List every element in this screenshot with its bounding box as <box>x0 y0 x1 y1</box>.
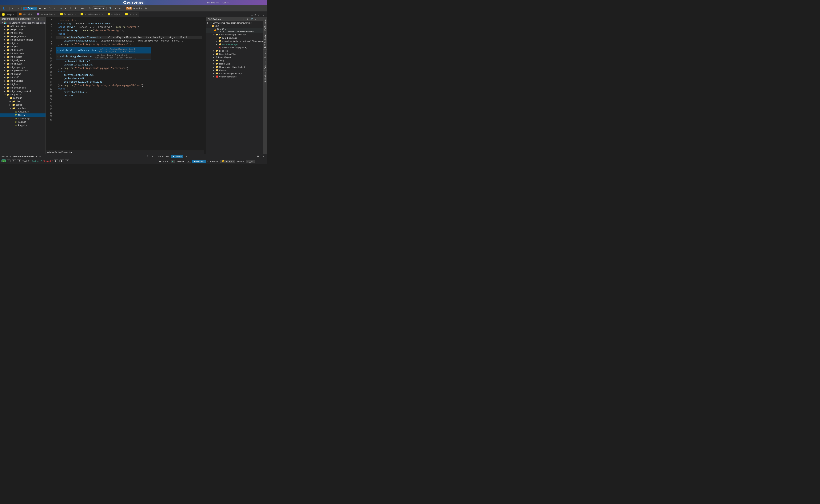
tree-item-config[interactable]: ▶ 📁 config <box>0 103 45 107</box>
explorer-catalogs[interactable]: ▶ 📁 Catalogs <box>206 69 263 72</box>
toolbar-step-over[interactable]: ↷ <box>48 7 52 10</box>
code-editor[interactable]: 'use strict'; const page : object = modu… <box>53 17 204 154</box>
tree-item-cartridge[interactable]: ▼ 📁 cartridge <box>0 96 45 100</box>
tree-item-paypal[interactable]: ▼ 📁 int_paypal <box>0 93 45 96</box>
ods-stop-btn[interactable]: ⏹ <box>59 159 64 162</box>
tab-close[interactable]: ✕ <box>74 13 76 15</box>
tree-item-yext[interactable]: ▶ 📁 int_yext <box>0 45 45 48</box>
tree-root[interactable]: ▼ 🏪 Test Store (40) cartridges 37 | b2c … <box>0 21 45 24</box>
ods-add-btn[interactable]: + <box>7 159 11 162</box>
sandbox-add-btn[interactable]: + <box>39 156 41 158</box>
explorer-dev01[interactable]: ▶ ⬡ Dev01 dev01-na01-client.demandware.n… <box>206 21 263 24</box>
tree-item-checkout[interactable]: JS Checkout.js <box>0 117 45 120</box>
tree-item-client[interactable]: ▶ 📁 client <box>0 100 45 103</box>
explorer-log-files[interactable]: ▶ 📁 Log Files <box>206 49 263 52</box>
tree-item-cart[interactable]: JS Cart.js <box>0 113 45 117</box>
git-x[interactable]: ✗ <box>69 7 73 10</box>
tree-item-controllers[interactable]: ▼ 📁 controllers <box>0 107 45 110</box>
explorer-btn-3[interactable]: 🔗 <box>250 18 253 20</box>
tree-item-myalerts[interactable]: ▶ 📁 int_myalerts <box>0 79 45 83</box>
toolbar-more[interactable]: ⋯ <box>149 7 153 10</box>
ocapi-settings-btn[interactable]: ⚙ <box>256 155 260 158</box>
explorer-cv2[interactable]: ▶ 📁 cv_2 1 hour ago <box>206 36 263 39</box>
explorer-content-images[interactable]: ▶ 📁 Content Images (Library) <box>206 72 263 75</box>
tab-csrf[interactable]: csrf.js ✕ <box>123 12 139 17</box>
explorer-security-log[interactable]: ▶ 📁 Security Log Files <box>206 52 263 56</box>
dev08-dropdown[interactable]: ☁ Dev 08 ▾ <box>192 160 206 163</box>
tab-close[interactable]: ✕ <box>31 13 32 15</box>
explorer-btn-1[interactable]: + <box>242 18 245 20</box>
explorer-btn-5[interactable]: ⋯ <box>258 18 262 20</box>
tree-item-bluecore[interactable]: ▶ 📁 int_bluecore <box>0 48 45 52</box>
tree-item-ocapi[interactable]: ▶ 📁 plugin_ocapi <box>0 28 45 31</box>
toolbar-settings[interactable]: ⚙ <box>144 7 148 10</box>
explorer-velocity[interactable]: ▶ 🔴 Velocity Templates <box>206 75 263 78</box>
user-menu[interactable]: CAR sbevzuk ▾ <box>125 7 143 10</box>
sandbox-close-btn[interactable]: ✕ <box>35 156 38 158</box>
toolbar-step-in[interactable]: ↴ <box>53 7 57 10</box>
ods-reload-btn[interactable]: ⬆ <box>17 159 21 162</box>
tree-item-upland[interactable]: ▶ 📁 int_upland <box>0 72 45 76</box>
ods-sync-btn[interactable]: ⟳ <box>12 159 16 162</box>
tree-item-c360[interactable]: ▶ 📁 int_c360 <box>0 76 45 79</box>
tab-package-json[interactable]: package.json ✕ <box>35 12 58 17</box>
tree-item-app[interactable]: ▶ 📁 app_test_store <box>0 24 45 28</box>
explorer-code-versions[interactable]: ▼ 📁 Code versions (4) 1 hour ago <box>206 33 263 36</box>
toolbar-zoom-out[interactable]: − <box>118 7 121 10</box>
tab-indexes[interactable]: Indexes <box>263 49 266 59</box>
instance-edit-btn[interactable]: ✏ <box>187 160 191 163</box>
tab-pull-requests[interactable]: Pull Requests <box>263 17 266 32</box>
explorer-sbevzuk[interactable]: ▶ 📁 sbevzuk — [Active on Instance] 2 hou… <box>206 39 263 43</box>
toolbar-stop[interactable]: ⏹ <box>43 7 47 10</box>
tree-item-sitemap[interactable]: ▶ 📁 plugin_sitemap <box>0 35 45 38</box>
ci-keys-dropdown[interactable]: 🔑 CI Keys ▾ <box>220 160 235 163</box>
editor-expand[interactable]: ∨ <box>261 14 265 17</box>
git-check[interactable]: ✓ <box>64 7 68 10</box>
tree-item-login[interactable]: JS Login.js <box>0 120 45 124</box>
explorer-dev08[interactable]: ▼ 🔶 Dev 08 ● .008.dx.commercecloud.sales… <box>206 28 263 33</box>
tab-product-js[interactable]: Product.js ✕ <box>58 12 78 17</box>
toolbar-run[interactable]: ▶ <box>38 7 42 10</box>
sidebar-collapse-all[interactable]: ☰ <box>33 18 36 20</box>
toolbar-profile-btn[interactable]: 👤 ▾ <box>1 7 8 10</box>
explorer-org-static[interactable]: ▶ 📁 Organization Static Content <box>206 65 263 69</box>
autocomplete-item-2[interactable]: ⚡ validatePaypalOnCheckout : validatePay… <box>56 53 151 60</box>
ods-refresh-icon[interactable]: ↺ <box>2 159 6 162</box>
ods-settings-btn[interactable]: ⚙ <box>145 155 149 158</box>
tree-item-cheetah[interactable]: ▶ 📁 int_cheetah <box>0 62 45 65</box>
sidebar-close[interactable]: ✕ <box>41 18 44 20</box>
explorer-test[interactable]: ▶ 📁 test 1 month ago <box>206 43 263 46</box>
tab-close[interactable]: ✕ <box>135 13 137 15</box>
tree-item-fiserv[interactable]: ▶ 📁 int_fiserv <box>0 83 45 86</box>
ocapi-add-tab[interactable]: + <box>184 155 188 158</box>
dev-branch-select[interactable]: Dev 08 <box>93 6 105 10</box>
sfcc-icon[interactable]: ⚙ <box>88 7 92 10</box>
ocapi-dev-chip[interactable]: ☁ Dev 08 <box>171 155 183 158</box>
sidebar-settings[interactable]: ⚙ <box>37 18 40 20</box>
debug-btn[interactable]: 🐞 Debug ▾ <box>23 7 37 10</box>
tab-close-cart[interactable]: ✕ <box>13 13 14 15</box>
tree-item-neustar[interactable]: ▶ 📁 int_neustar <box>0 55 45 59</box>
tree-item-responsys[interactable]: ▶ 📁 int_responsys <box>0 65 45 69</box>
explorer-version[interactable]: 🔖 .version 1 hour ago [298 B] <box>206 46 263 49</box>
tab-close[interactable]: ✕ <box>54 13 56 15</box>
ocapi-checkbox[interactable]: ✓ <box>171 160 175 163</box>
tree-item-talon[interactable]: ▶ 📁 int_talon_one <box>0 52 45 55</box>
ods-restart-btn[interactable]: ⟳ <box>65 159 69 162</box>
tree-item-avatax-svc[interactable]: ▶ 📁 int_avatax_svcclient <box>0 89 45 93</box>
toolbar-redo[interactable]: ↪ <box>16 7 20 10</box>
tab-notifications[interactable]: Notifications <box>263 70 266 84</box>
explorer-btn-2[interactable]: ⟳ <box>246 18 249 20</box>
tab-site-xml[interactable]: site.xml ✕ <box>17 12 35 17</box>
toolbar-search[interactable]: 🔍 <box>108 7 113 10</box>
tab-cart-js[interactable]: Cart.js ✕ <box>0 12 17 17</box>
tree-item-avatax[interactable]: ▶ 📁 int_avatax_sfra <box>0 86 45 89</box>
explorer-import-export[interactable]: ▶ ⇅ Import/Export <box>206 56 263 59</box>
tree-item-account[interactable]: JS Account.js <box>0 110 45 113</box>
tab-database[interactable]: Database <box>263 59 266 71</box>
git-push[interactable]: ⬆ <box>73 7 77 10</box>
tree-item-ibm[interactable]: ▶ 📁 int_ibm <box>0 41 45 45</box>
toolbar-undo[interactable]: ↩ <box>11 7 15 10</box>
tab-b2c-credentials[interactable]: B2C Credentials <box>263 32 266 49</box>
tree-item-boomi[interactable]: ▶ 📁 int_dell_boomi <box>0 59 45 62</box>
